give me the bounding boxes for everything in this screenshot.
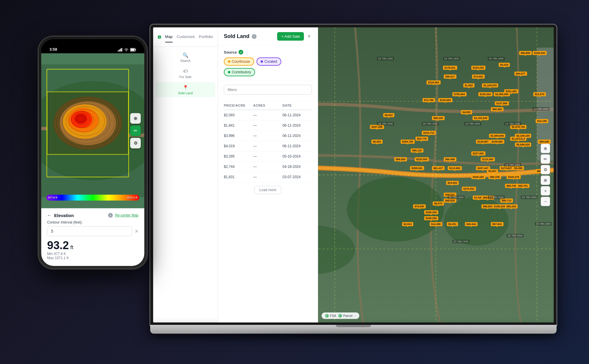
price-label[interactable]: $79,000 [413, 204, 426, 209]
price-label[interactable]: $95,419 [505, 204, 518, 209]
table-row[interactable]: $2,093 — 06-11-2024 [224, 110, 312, 120]
price-label[interactable]: $129,967 [476, 140, 490, 144]
map-target-button[interactable]: ⊕ [541, 176, 550, 185]
price-label[interactable]: $294,795 [401, 140, 415, 144]
price-label[interactable]: $178,021 [443, 66, 457, 70]
tag-courthouse[interactable]: Courthouse [224, 57, 254, 66]
price-label[interactable]: $198,329 [492, 204, 507, 209]
load-more-button[interactable]: Load more [254, 186, 281, 194]
price-label[interactable]: $6,502 [371, 140, 383, 144]
table-row[interactable]: $3,295 — 05-10-2024 [224, 151, 312, 162]
price-label[interactable]: $72,788 [423, 98, 435, 102]
add-sale-button[interactable]: + Add Sale [277, 32, 304, 41]
price-label[interactable]: $104,714 [422, 131, 436, 135]
price-label[interactable]: $21,973 [533, 92, 546, 96]
elevation-info-icon[interactable]: i [108, 213, 113, 218]
price-label[interactable]: $126,939 [438, 98, 452, 102]
price-label[interactable]: $330,182 [471, 175, 485, 179]
price-label[interactable]: $705,064 [452, 92, 466, 96]
table-row[interactable]: $1,841 — 06-11-2024 [224, 120, 312, 131]
price-label[interactable]: $88,889 [519, 51, 532, 55]
price-label[interactable]: $280,435 [424, 210, 438, 214]
price-label[interactable]: $45,344 [465, 222, 478, 226]
price-label[interactable]: $53,778 [416, 137, 428, 141]
price-label[interactable]: $4,930 [461, 110, 472, 114]
price-label[interactable]: $1,962 [463, 83, 474, 87]
tag-curated[interactable]: Curated [257, 57, 281, 66]
recenter-link[interactable]: Re-center Map [115, 213, 138, 217]
map-location-button[interactable]: ⊕ [541, 144, 550, 153]
price-label[interactable]: $318,354 [426, 80, 441, 85]
tag-contributory[interactable]: Contributory [224, 68, 255, 76]
filter-input[interactable] [224, 85, 312, 95]
table-row[interactable]: $3,996 — 06-11-2024 [224, 131, 312, 141]
price-label[interactable]: $6,251 [447, 222, 458, 226]
price-label[interactable]: $109,230 [532, 51, 547, 55]
price-label[interactable]: $5,646,629 [515, 143, 531, 147]
price-label[interactable]: $99,108 [489, 175, 501, 179]
price-label[interactable]: $174,627 [499, 166, 514, 170]
price-label[interactable]: $376,052 [462, 187, 476, 191]
map-edit-button[interactable]: ✏ [541, 154, 550, 164]
more-toggle[interactable]: › [355, 314, 356, 317]
phone-edit-button[interactable]: ✏ [130, 125, 141, 136]
price-label[interactable]: $64,977 [514, 72, 527, 76]
price-label[interactable]: $297,086 [370, 125, 384, 129]
sidebar-item-sold-land[interactable]: 📍 Sold Land [155, 82, 215, 97]
map-area[interactable]: $88,889 $109,230 $4,419 $64,977 $178,021… [318, 27, 554, 322]
price-label[interactable]: $2,096,050 [494, 92, 510, 96]
contour-input[interactable] [47, 226, 132, 236]
tab-portfolio[interactable]: Portfolio [199, 32, 213, 42]
price-label[interactable]: $68,826 [444, 198, 456, 203]
parcel-radio[interactable] [338, 314, 342, 317]
tab-map[interactable]: Map [165, 32, 173, 42]
phone-location-button[interactable]: ⊕ [130, 113, 141, 124]
price-label[interactable]: $2,024 [402, 222, 413, 226]
price-label[interactable]: $60,640 [538, 140, 551, 144]
table-row[interactable]: $4,019 — 06-11-2024 [224, 141, 312, 151]
price-label[interactable]: $23,605 [446, 181, 459, 185]
price-label[interactable]: $66,856 [491, 107, 504, 111]
price-label[interactable]: $227,560 [471, 151, 485, 155]
price-label[interactable]: $74,692 [472, 75, 485, 79]
price-label[interactable]: $9,570 [433, 201, 444, 206]
price-label[interactable]: $66,489 [444, 157, 456, 161]
map-plus-button[interactable]: + [541, 186, 550, 196]
sidebar-item-search[interactable]: 🔍 Search [155, 50, 215, 65]
price-label[interactable]: $68,508 [394, 157, 407, 161]
tab-customize[interactable]: Customize [177, 32, 195, 42]
price-label[interactable]: $100,276 [507, 175, 521, 179]
table-row[interactable]: $1,831 — 03-07-2024 [224, 172, 312, 182]
price-label[interactable]: $296,296 [424, 216, 438, 220]
price-label[interactable]: $9,622 [383, 113, 394, 117]
parcel-option[interactable]: Parcel [338, 314, 352, 317]
price-label[interactable]: $220,000 [415, 157, 429, 161]
price-label[interactable]: $60,751 [517, 184, 530, 188]
fsa-option[interactable]: FSA [325, 314, 336, 317]
price-label[interactable]: $14,398 [430, 222, 442, 226]
map-settings-button[interactable]: ⚙ [541, 165, 550, 174]
price-label[interactable]: $1,609,948 [489, 134, 505, 138]
price-label[interactable]: $123,455 [481, 157, 495, 161]
sidebar-item-for-sale[interactable]: 🏷 For Sale [155, 66, 215, 81]
price-label[interactable]: $96,853 [482, 204, 494, 209]
price-label[interactable]: $61,417 [432, 166, 445, 170]
fsa-radio[interactable] [325, 314, 329, 317]
price-label[interactable]: $103,445 [471, 66, 485, 70]
price-label[interactable]: $5,288 [513, 166, 524, 170]
price-label[interactable]: $113,960 [448, 166, 462, 170]
price-label[interactable]: $158,983 [490, 140, 504, 144]
info-icon[interactable]: i [252, 34, 257, 39]
price-label[interactable]: $137,956 [495, 101, 509, 105]
price-label[interactable]: $102,564 [478, 92, 492, 96]
table-row[interactable]: $2,744 — 04-18-2024 [224, 162, 312, 172]
price-label[interactable]: $3,057 [487, 169, 498, 173]
price-label[interactable]: $96,017 [444, 75, 456, 79]
price-label[interactable]: $2,678,750 [510, 125, 526, 129]
price-label[interactable]: $89,728 [505, 184, 518, 188]
price-label[interactable]: $4,419 [499, 63, 510, 67]
price-label[interactable]: $57,841 [491, 222, 504, 226]
price-label[interactable]: $2,192,540 [472, 116, 489, 120]
phone-settings-button[interactable]: ⚙ [130, 138, 141, 148]
back-arrow[interactable]: ← [47, 213, 52, 218]
